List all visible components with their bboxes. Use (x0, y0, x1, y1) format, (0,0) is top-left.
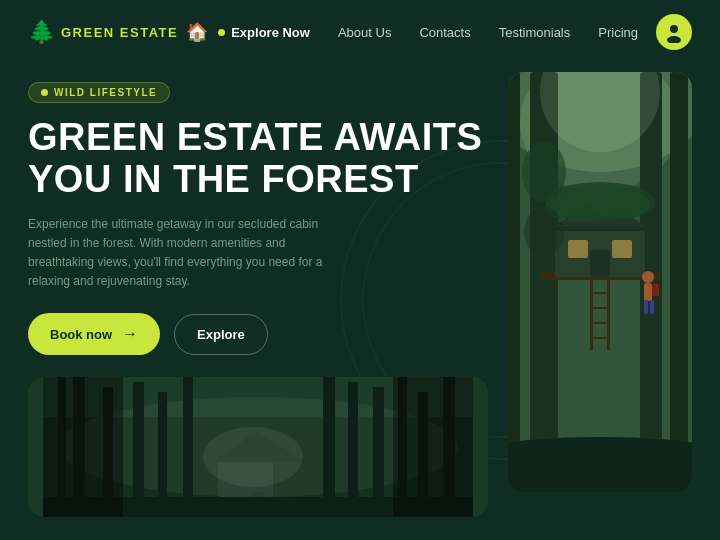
svg-rect-16 (323, 377, 335, 517)
nav-testimonials[interactable]: Testimonials (499, 25, 571, 40)
right-forest-image (508, 72, 692, 492)
explore-button[interactable]: Explore (174, 314, 268, 355)
treehouse-svg (508, 72, 692, 492)
svg-rect-14 (183, 377, 193, 517)
svg-rect-17 (348, 382, 358, 517)
forest-svg (28, 377, 488, 517)
page-wrapper: 🌲 GREEN ESTATE 🏠 Explore Now About Us Co… (0, 0, 720, 540)
badge-dot (41, 89, 48, 96)
nav-links: Explore Now About Us Contacts Testimonia… (218, 25, 638, 40)
right-column (508, 72, 692, 540)
left-column: WILD LIFESTYLE GREEN ESTATE AWAITS YOU I… (28, 72, 488, 540)
navbar: 🌲 GREEN ESTATE 🏠 Explore Now About Us Co… (0, 0, 720, 64)
badge: WILD LIFESTYLE (28, 82, 170, 103)
svg-point-1 (667, 36, 681, 43)
nav-pricing[interactable]: Pricing (598, 25, 638, 40)
logo-icon: 🌲 (28, 19, 55, 45)
nav-active-dot (218, 29, 225, 36)
bottom-forest-image (28, 377, 488, 517)
nav-explore[interactable]: Explore Now (218, 25, 310, 40)
nav-contacts[interactable]: Contacts (419, 25, 470, 40)
main-content: WILD LIFESTYLE GREEN ESTATE AWAITS YOU I… (0, 72, 720, 540)
badge-text: WILD LIFESTYLE (54, 87, 157, 98)
logo-text: GREEN ESTATE (61, 25, 178, 40)
svg-rect-24 (43, 377, 123, 517)
nav-about[interactable]: About Us (338, 25, 391, 40)
cta-row: Book now → Explore (28, 313, 488, 355)
logo: 🌲 GREEN ESTATE 🏠 (28, 19, 208, 45)
logo-cabin-icon: 🏠 (186, 21, 208, 43)
arrow-icon: → (122, 325, 138, 343)
svg-rect-12 (133, 382, 144, 517)
hero-title: GREEN ESTATE AWAITS YOU IN THE FOREST (28, 117, 488, 201)
svg-point-0 (670, 25, 678, 33)
book-now-button[interactable]: Book now → (28, 313, 160, 355)
hero-description: Experience the ultimate getaway in our s… (28, 215, 348, 292)
user-avatar[interactable] (656, 14, 692, 50)
svg-rect-25 (393, 377, 473, 517)
svg-point-23 (203, 427, 303, 487)
